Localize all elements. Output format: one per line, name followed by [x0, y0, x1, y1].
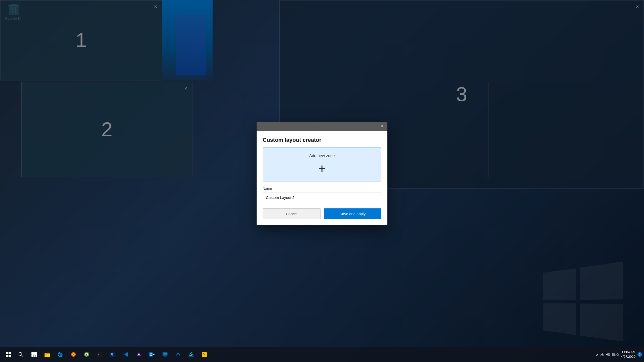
- add-zone-plus-icon: +: [269, 162, 375, 175]
- add-zone-label: Add new zone: [269, 154, 375, 158]
- dialog-buttons: Cancel Save and apply: [263, 208, 381, 219]
- dialog-title: Custom layout creator: [263, 137, 381, 143]
- unity-button[interactable]: [185, 348, 197, 360]
- clock-time: 11:04 AM: [621, 350, 635, 354]
- svg-text:PS: PS: [110, 353, 113, 356]
- start-icon: [6, 352, 11, 357]
- svg-line-11: [22, 355, 23, 357]
- taskbar-pinned-apps: >_ PS: [28, 348, 210, 360]
- powershell-icon: PS: [110, 352, 115, 357]
- file-explorer-button[interactable]: [41, 348, 53, 360]
- search-icon: [18, 352, 23, 357]
- svg-rect-13: [34, 352, 37, 355]
- powertoys-icon: P: [202, 352, 207, 357]
- chrome-button[interactable]: [80, 348, 93, 360]
- vstudio-icon: [136, 352, 142, 357]
- svg-text:P: P: [203, 353, 205, 356]
- network-icon: [600, 352, 604, 356]
- svg-rect-6: [6, 352, 8, 354]
- task-view-icon: [31, 352, 37, 357]
- dialog-body: Custom layout creator Add new zone + Nam…: [257, 131, 387, 225]
- tray-chevron[interactable]: ∧: [596, 352, 599, 357]
- modal-overlay: × Custom layout creator Add new zone + N…: [0, 0, 644, 347]
- clock-date: 4/27/2020: [621, 354, 635, 359]
- file-explorer-icon: [45, 352, 50, 357]
- dialog-titlebar: ×: [257, 122, 387, 131]
- svg-rect-9: [9, 355, 11, 357]
- vscode-icon: [123, 352, 129, 357]
- svg-point-37: [166, 353, 167, 354]
- azure-icon: [175, 352, 181, 357]
- notification-button[interactable]: 2: [637, 352, 642, 357]
- svg-rect-7: [9, 352, 11, 354]
- svg-rect-12: [31, 352, 34, 355]
- taskbar-tray: ∧ ENG 11:04 AM 4/27/2020: [596, 350, 642, 359]
- custom-layout-dialog: × Custom layout creator Add new zone + N…: [257, 122, 387, 225]
- svg-point-10: [19, 352, 22, 355]
- clock[interactable]: 11:04 AM 4/27/2020: [621, 350, 635, 359]
- desktop: Recycle Bin × 1 × 2 × 3 × Custom layout …: [0, 0, 644, 362]
- save-and-apply-button[interactable]: Save and apply: [324, 208, 381, 219]
- svg-rect-14: [31, 355, 33, 357]
- svg-rect-19: [45, 353, 47, 354]
- terminal-button[interactable]: >_: [94, 348, 106, 360]
- edge-button[interactable]: [54, 348, 66, 360]
- svg-point-36: [165, 353, 166, 354]
- firefox-icon: [71, 352, 76, 357]
- svg-point-42: [602, 355, 602, 356]
- task-view-button[interactable]: [28, 348, 40, 360]
- start-button[interactable]: [2, 348, 15, 361]
- name-input[interactable]: [263, 193, 381, 202]
- taskbar: >_ PS: [0, 347, 644, 362]
- search-button[interactable]: [15, 348, 27, 361]
- vstudio-button[interactable]: [133, 348, 145, 360]
- powershell-button[interactable]: PS: [107, 348, 119, 360]
- cancel-button[interactable]: Cancel: [263, 208, 321, 219]
- svg-rect-8: [6, 355, 8, 357]
- unity-icon: [188, 352, 194, 357]
- name-label: Name: [263, 187, 381, 191]
- terminal-icon: >_: [97, 352, 102, 357]
- outlook-icon: [149, 352, 155, 357]
- feedback-button[interactable]: [159, 348, 171, 360]
- dialog-close-button[interactable]: ×: [381, 124, 383, 128]
- svg-text:>_: >_: [98, 353, 101, 356]
- volume-icon: [606, 352, 610, 356]
- outlook-button[interactable]: [146, 348, 158, 360]
- edge-icon: [58, 352, 63, 357]
- chrome-icon: [84, 352, 89, 357]
- svg-point-22: [73, 354, 74, 355]
- add-zone-area[interactable]: Add new zone +: [263, 147, 381, 182]
- vscode-button[interactable]: [120, 348, 132, 360]
- firefox-button[interactable]: [67, 348, 79, 360]
- powertoys-button[interactable]: P: [198, 348, 210, 360]
- svg-rect-15: [33, 355, 35, 357]
- svg-rect-16: [35, 355, 37, 357]
- feedback-icon: [162, 352, 168, 357]
- system-tray: ∧ ENG: [596, 352, 619, 357]
- language-indicator[interactable]: ENG: [612, 353, 619, 356]
- azure-button[interactable]: [172, 348, 184, 360]
- svg-point-32: [150, 353, 152, 355]
- svg-point-35: [164, 353, 165, 354]
